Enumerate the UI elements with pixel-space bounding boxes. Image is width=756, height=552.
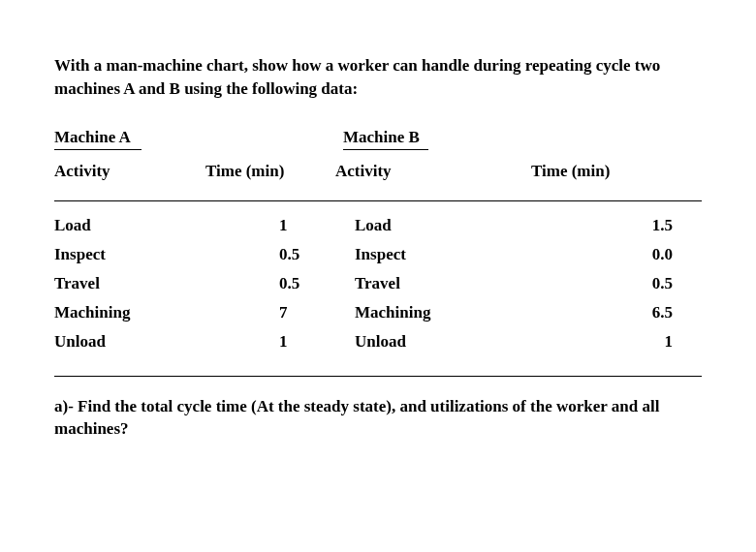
col-time-a: Time (min) [205, 162, 335, 181]
table-row: Machining 7 Machining 6.5 [54, 298, 702, 327]
column-headers: Activity Time (min) Activity Time (min) [54, 162, 702, 181]
table-row: Load 1 Load 1.5 [54, 211, 702, 240]
cell-activity-a: Inspect [54, 245, 279, 264]
cell-activity-b: Unload [355, 332, 614, 352]
cell-time-b: 0.0 [614, 245, 673, 264]
cell-activity-a: Unload [54, 332, 279, 352]
col-time-b: Time (min) [531, 162, 610, 181]
table-row: Unload 1 Unload 1 [54, 327, 702, 356]
underline-a [54, 149, 142, 150]
cell-time-a: 0.5 [279, 245, 355, 264]
cell-activity-b: Machining [355, 303, 614, 322]
cell-activity-b: Travel [355, 274, 614, 293]
cell-time-a: 0.5 [279, 274, 355, 293]
divider-top [54, 200, 702, 201]
table-row: Inspect 0.5 Inspect 0.0 [54, 240, 702, 269]
divider-bottom [54, 376, 702, 377]
cell-time-b: 6.5 [614, 303, 673, 322]
cell-time-b: 1 [614, 332, 673, 352]
cell-activity-b: Inspect [355, 245, 614, 264]
cell-time-b: 0.5 [614, 274, 673, 293]
cell-activity-a: Machining [54, 303, 279, 322]
table-row: Travel 0.5 Travel 0.5 [54, 269, 702, 298]
cell-time-a: 7 [279, 303, 355, 322]
machine-headings: Machine A Machine B [54, 128, 702, 147]
cell-activity-a: Travel [54, 274, 279, 293]
underline-b [343, 149, 428, 150]
cell-activity-a: Load [54, 216, 279, 235]
cell-activity-b: Load [355, 216, 614, 235]
question-a: a)- Find the total cycle time (At the st… [54, 396, 702, 441]
heading-underline-row [54, 149, 702, 150]
intro-text: With a man-machine chart, show how a wor… [54, 54, 702, 101]
col-activity-a: Activity [54, 162, 205, 181]
data-table: Load 1 Load 1.5 Inspect 0.5 Inspect 0.0 … [54, 211, 702, 356]
col-activity-b: Activity [335, 162, 531, 181]
cell-time-a: 1 [279, 332, 355, 352]
cell-time-b: 1.5 [614, 216, 673, 235]
heading-machine-b: Machine B [343, 128, 420, 147]
heading-machine-a: Machine A [54, 128, 343, 147]
cell-time-a: 1 [279, 216, 355, 235]
